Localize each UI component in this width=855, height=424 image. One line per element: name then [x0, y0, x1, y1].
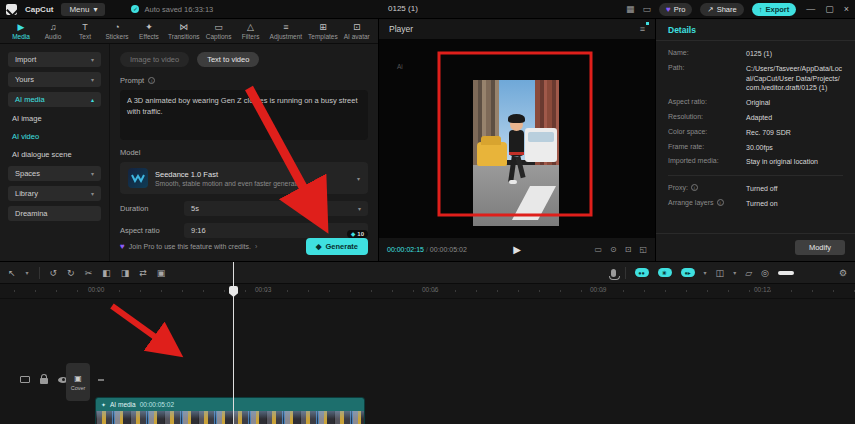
split-icon[interactable]: ✂ — [85, 268, 93, 278]
panel-layout-icon[interactable]: ▭ — [642, 4, 651, 14]
detail-label: Path: — [668, 64, 740, 93]
fullscreen-icon[interactable]: ◱ — [639, 245, 647, 254]
ribbon-tab-effects[interactable]: ✦ Effects — [136, 22, 162, 40]
menu-label: Menu — [69, 5, 89, 14]
duration-select[interactable]: 5s ▾ — [184, 201, 368, 216]
close-button[interactable]: × — [844, 4, 849, 14]
chevron-down-icon[interactable]: ▾ — [704, 269, 707, 276]
ribbon-tab-transitions[interactable]: ⋈ Transitions — [168, 22, 200, 40]
delete-right-icon[interactable]: ◨ — [121, 268, 130, 278]
prompt-input[interactable]: A 3D animated boy wearing Gen Z clothes … — [120, 90, 368, 140]
mirror-icon[interactable]: ⇄ — [139, 268, 147, 278]
magnetic-snap-toggle[interactable]: ●● — [635, 268, 649, 277]
sidebar-item-import[interactable]: Import ▾ — [8, 52, 101, 67]
sidebar-item-ai-video[interactable]: AI video — [8, 130, 101, 143]
credits-count: 10 — [357, 231, 364, 237]
timeline-zoom-slider[interactable] — [778, 271, 794, 275]
sidebar-item-label: AI dialogue scene — [12, 150, 72, 159]
quality-icon[interactable]: ⊡ — [625, 245, 632, 254]
generate-button[interactable]: ◆ Generate ◆ 10 — [306, 238, 368, 255]
ribbon-tab-text[interactable]: T Text — [72, 22, 98, 40]
sidebar-item-ai-dialogue-scene[interactable]: AI dialogue scene — [8, 148, 101, 161]
select-tool-icon[interactable]: ↖ — [8, 268, 16, 278]
ai-watermark: Ai — [397, 63, 403, 70]
timeline-settings-gear-icon[interactable]: ⚙ — [839, 268, 847, 278]
auto-track-toggle[interactable]: ●▸ — [681, 268, 695, 277]
pro-button[interactable]: ♥ Pro — [659, 3, 692, 16]
ribbon-tab-ai-avatar[interactable]: ⊡ AI avatar — [344, 22, 370, 40]
redo-icon[interactable]: ↻ — [67, 268, 75, 278]
ribbon-tab-adjustment[interactable]: ≡ Adjustment — [270, 22, 303, 40]
tab-text-to-video[interactable]: Text to video — [197, 52, 259, 67]
share-button[interactable]: ↗ Share — [700, 3, 743, 16]
timeline-ruler[interactable]: 00:00 00:03 00:06 00:09 00:12 — [0, 284, 855, 299]
ribbon-tab-templates[interactable]: ⊞ Templates — [308, 22, 338, 40]
crop-icon[interactable]: ▣ — [157, 268, 166, 278]
timeline-tracks[interactable]: ▣ Cover ✦ AI media 00:00:05:02 — [0, 299, 855, 423]
maximize-button[interactable]: ▢ — [825, 4, 834, 14]
ribbon-tab-stickers[interactable]: ◔ Stickers — [104, 22, 130, 40]
sidebar-item-label: Spaces — [15, 169, 40, 178]
clapper-menu-icon[interactable]: ◫ — [716, 268, 725, 278]
sidebar-item-ai-media[interactable]: AI media ▴ — [8, 92, 101, 107]
ribbon-tab-media[interactable]: ▶ Media — [8, 22, 34, 40]
record-voiceover-icon[interactable] — [611, 269, 616, 277]
project-title: 0125 (1) — [388, 4, 418, 13]
link-preview-toggle[interactable]: ✳ — [658, 268, 672, 277]
menu-button[interactable]: Menu ▾ — [61, 3, 105, 16]
detail-label: Resolution: — [668, 113, 740, 123]
undo-icon[interactable]: ↺ — [50, 268, 58, 278]
autosave-status: ✓ Auto saved 16:33:13 — [131, 5, 213, 14]
model-selector[interactable]: Seedance 1.0 Fast Smooth, stable motion … — [120, 162, 368, 194]
collapse-track-icon[interactable] — [98, 379, 104, 381]
sidebar-item-spaces[interactable]: Spaces ▾ — [8, 166, 101, 181]
divider — [625, 267, 626, 279]
aspect-ratio-icon[interactable]: ▭ — [594, 245, 602, 254]
tab-image-to-video[interactable]: Image to video — [120, 52, 189, 67]
detail-value: C:/Users/Tasveer/AppData/Local/CapCut/Us… — [746, 64, 843, 93]
model-name: Seedance 1.0 Fast — [155, 170, 350, 179]
sidebar-item-library[interactable]: Library ▾ — [8, 186, 101, 201]
chevron-down-icon[interactable]: ▾ — [26, 269, 29, 276]
modify-button[interactable]: Modify — [795, 240, 845, 255]
minimize-button[interactable]: — — [806, 4, 815, 14]
detail-label: Color space: — [668, 128, 740, 138]
pro-hint-text[interactable]: Join Pro to use this feature with credit… — [129, 243, 251, 250]
ai-media-clip[interactable]: ✦ AI media 00:00:05:02 — [95, 397, 365, 424]
chevron-down-icon[interactable]: ▾ — [733, 269, 736, 276]
cover-button[interactable]: ▣ Cover — [66, 363, 90, 401]
sidebar-item-dreamina[interactable]: Dreamina — [8, 206, 101, 221]
locate-playhead-icon[interactable]: ◎ — [761, 268, 769, 278]
player-options-icon[interactable]: ≡ — [640, 24, 645, 34]
ribbon: ▶ Media ♫ Audio T Text ◔ Stickers ✦ Ef — [0, 19, 378, 44]
chevron-up-icon: ▴ — [91, 96, 94, 103]
ruler-tick: 00:03 — [255, 286, 271, 293]
sparkle-icon: ✦ — [101, 401, 106, 408]
media-icon: ▶ — [18, 22, 25, 32]
export-button[interactable]: ↑ Export — [752, 3, 797, 16]
sidebar-item-yours[interactable]: Yours ▾ — [8, 72, 101, 87]
sidebar: Import ▾ Yours ▾ AI media ▴ AI image — [0, 44, 110, 261]
aspect-ratio-value: 9:16 — [191, 226, 206, 235]
model-description: Smooth, stable motion and even faster ge… — [155, 180, 350, 187]
ribbon-tab-audio[interactable]: ♫ Audio — [40, 22, 66, 40]
clip-filmstrip-highlight — [96, 411, 364, 419]
adjust-board-icon[interactable]: ▱ — [745, 268, 752, 278]
diamond-icon: ◆ — [316, 242, 322, 251]
duration-value: 5s — [191, 204, 199, 213]
preview-zoom-icon[interactable]: ⊙ — [610, 245, 617, 254]
lock-track-icon[interactable] — [40, 378, 48, 384]
play-button[interactable]: ▶ — [513, 244, 521, 255]
delete-left-icon[interactable]: ◧ — [102, 268, 111, 278]
layout-toggle-icon[interactable]: ▦ — [626, 4, 635, 14]
track-overlay-icon[interactable] — [20, 376, 30, 383]
aspect-ratio-select[interactable]: 9:16 ▾ — [184, 223, 368, 238]
video-viewport[interactable]: Ai — [379, 39, 655, 238]
sidebar-item-ai-image[interactable]: AI image — [8, 112, 101, 125]
titlebar: CapCut Menu ▾ ✓ Auto saved 16:33:13 0125… — [0, 0, 855, 18]
ribbon-tab-filters[interactable]: △ Filters — [238, 22, 264, 40]
detail-row-imported-media: Imported media: Stay in original locatio… — [668, 157, 843, 167]
detail-label: Arrange layers — [668, 199, 714, 206]
video-van — [525, 128, 557, 162]
ribbon-tab-captions[interactable]: ▭ Captions — [206, 22, 232, 40]
